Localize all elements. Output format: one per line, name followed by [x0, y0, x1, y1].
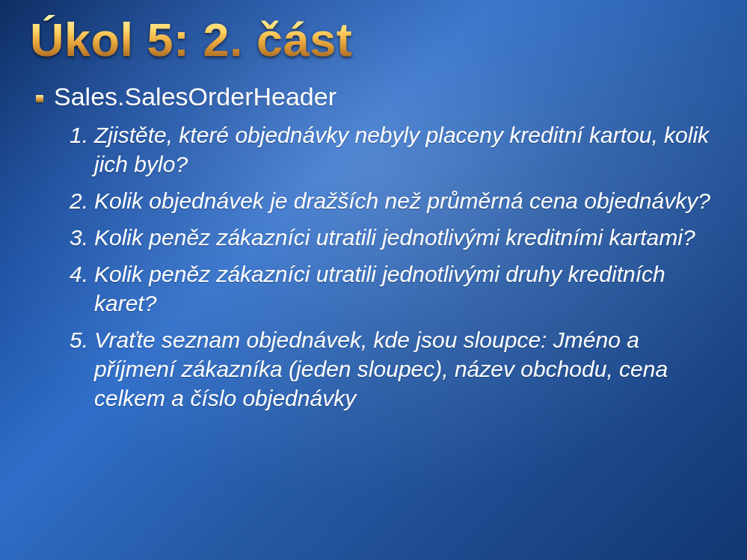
- bullet-row: Sales.SalesOrderHeader: [36, 81, 717, 113]
- list-item: Kolik objednávek je dražších než průměrn…: [94, 186, 717, 215]
- slide-title: Úkol 5: 2. část: [30, 15, 717, 64]
- bullet-marker-icon: [36, 95, 43, 102]
- list-item: Zjistěte, které objednávky nebyly placen…: [94, 120, 717, 179]
- bullet-text: Sales.SalesOrderHeader: [54, 81, 336, 113]
- list-item: Kolik peněz zákazníci utratili jednotliv…: [94, 259, 717, 318]
- list-item: Vraťte seznam objednávek, kde jsou sloup…: [94, 325, 717, 413]
- numbered-list: Zjistěte, které objednávky nebyly placen…: [36, 120, 717, 413]
- slide: Úkol 5: 2. část Sales.SalesOrderHeader Z…: [0, 0, 747, 560]
- slide-content: Sales.SalesOrderHeader Zjistěte, které o…: [30, 81, 717, 413]
- list-item: Kolik peněz zákazníci utratili jednotliv…: [94, 223, 717, 252]
